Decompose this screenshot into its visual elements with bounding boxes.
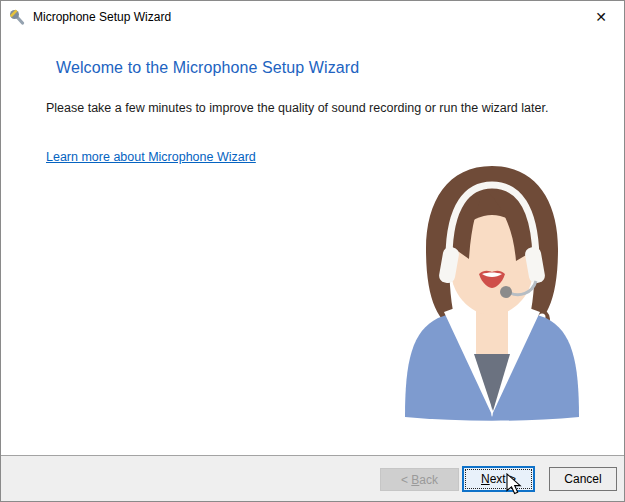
button-bar: < Back Next > Cancel: [1, 455, 624, 501]
learn-more-link[interactable]: Learn more about Microphone Wizard: [46, 150, 256, 164]
close-icon: ✕: [595, 9, 607, 25]
cancel-label: Cancel: [564, 472, 601, 486]
wizard-dialog: Microphone Setup Wizard ✕ Welcome to the…: [0, 0, 625, 502]
woman-headset-illustration: [392, 161, 617, 431]
back-button[interactable]: < Back: [380, 468, 459, 491]
window-title: Microphone Setup Wizard: [33, 10, 171, 24]
instruction-text: Please take a few minutes to improve the…: [46, 99, 594, 117]
microphone-icon: [9, 9, 25, 25]
wizard-content: Welcome to the Microphone Setup Wizard P…: [2, 33, 623, 456]
title-bar: Microphone Setup Wizard ✕: [1, 1, 624, 33]
page-title: Welcome to the Microphone Setup Wizard: [56, 59, 359, 77]
cancel-button[interactable]: Cancel: [549, 467, 617, 491]
next-button[interactable]: Next >: [462, 466, 535, 492]
mic-ball: [500, 286, 512, 298]
back-label: <: [401, 473, 411, 487]
close-button[interactable]: ✕: [578, 2, 624, 32]
